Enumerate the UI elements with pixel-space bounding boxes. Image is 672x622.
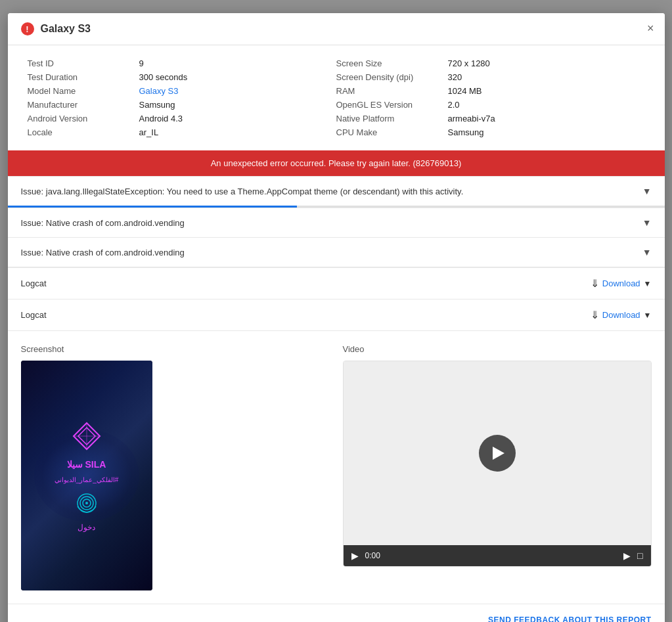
download-icon-2: ⇓: [591, 309, 599, 321]
info-value: Samsung: [448, 127, 645, 137]
video-play-small-button[interactable]: ▶: [351, 550, 359, 561]
chevron-down-icon-2: ▼: [642, 217, 652, 228]
fingerprint-icon: [74, 490, 100, 516]
info-value: 2.0: [448, 100, 645, 110]
info-label: Test Duration: [28, 72, 133, 82]
screenshot-container: SILA سيلا #الفلكي_عمار_الديواني دخول: [21, 361, 152, 590]
video-label: Video: [343, 344, 652, 354]
app-overlay: SILA سيلا #الفلكي_عمار_الديواني دخول: [21, 361, 152, 590]
video-fullscreen-icon[interactable]: □: [637, 550, 642, 561]
video-time: 0:00: [365, 551, 380, 560]
login-text: دخول: [78, 523, 95, 532]
logcat-row-2: Logcat ⇓ Download ▼: [8, 299, 665, 330]
info-label: Screen Density (dpi): [336, 72, 441, 82]
issue-row-3[interactable]: Issue: Native crash of com.android.vendi…: [8, 237, 665, 267]
error-banner-text: An unexpected error occurred. Please try…: [211, 158, 462, 168]
modal-overlay: ! Galaxy S3 × Test ID9Test Duration300 s…: [0, 0, 672, 622]
info-value: 320: [448, 72, 645, 82]
device-info-section: Test ID9Test Duration300 secondsModel Na…: [8, 45, 665, 150]
info-label: Test ID: [28, 58, 133, 68]
chevron-down-icon-1: ▼: [642, 186, 652, 196]
info-label: Screen Size: [336, 58, 441, 68]
info-value: 720 x 1280: [448, 58, 645, 68]
feedback-link[interactable]: SEND FEEDBACK ABOUT THIS REPORT: [488, 615, 651, 622]
svg-point-7: [85, 502, 88, 504]
issue-text-2: Issue: Native crash of com.android.vendi…: [21, 218, 185, 228]
chevron-down-icon-dl-1: ▼: [644, 279, 652, 288]
info-value: Android 4.3: [139, 114, 336, 123]
info-value: armeabi-v7a: [448, 114, 645, 123]
video-main: [344, 361, 651, 545]
screenshot-label: Screenshot: [21, 344, 330, 354]
logcat-row-1: Logcat ⇓ Download ▼: [8, 267, 665, 299]
issue-row-1[interactable]: Issue: java.lang.IllegalStateException: …: [8, 177, 665, 206]
issue-text-1: Issue: java.lang.IllegalStateException: …: [21, 187, 464, 196]
info-value[interactable]: Galaxy S3: [139, 86, 336, 96]
play-triangle-icon: [493, 447, 504, 460]
chevron-down-icon-3: ▼: [642, 247, 652, 257]
error-banner: An unexpected error occurred. Please try…: [8, 150, 665, 176]
video-section: Video ▶ 0:00 ▶ □: [343, 344, 652, 590]
device-info-left: Test ID9Test Duration300 secondsModel Na…: [28, 58, 336, 137]
issue-text-3: Issue: Native crash of com.android.vendi…: [21, 248, 185, 257]
download-label-2: Download: [602, 310, 640, 320]
logcat-download-button-2[interactable]: ⇓ Download ▼: [591, 309, 652, 321]
info-label: RAM: [336, 86, 441, 96]
info-value: 300 seconds: [139, 72, 336, 82]
info-label: CPU Make: [336, 127, 441, 137]
feedback-section: SEND FEEDBACK ABOUT THIS REPORT: [8, 604, 665, 622]
device-info-right: Screen Size720 x 1280Screen Density (dpi…: [336, 58, 645, 137]
video-controls-bar: ▶ 0:00 ▶ □: [344, 545, 651, 566]
video-play-button[interactable]: [479, 435, 516, 472]
modal: ! Galaxy S3 × Test ID9Test Duration300 s…: [8, 13, 665, 622]
info-label: Locale: [28, 127, 133, 137]
info-label: Android Version: [28, 114, 133, 123]
error-icon: !: [21, 22, 34, 35]
app-title: SILA سيلا: [67, 459, 106, 470]
modal-title: Galaxy S3: [41, 23, 91, 35]
info-value: 1024 MB: [448, 86, 645, 96]
screenshot-canvas: SILA سيلا #الفلكي_عمار_الديواني دخول: [21, 361, 152, 590]
modal-header: ! Galaxy S3 ×: [8, 13, 665, 45]
issues-section: Issue: java.lang.IllegalStateException: …: [8, 176, 665, 267]
issue-row-2[interactable]: Issue: Native crash of com.android.vendi…: [8, 208, 665, 237]
video-controls-right: ▶ □: [623, 550, 642, 561]
info-label: Model Name: [28, 86, 133, 96]
logcat-section: Logcat ⇓ Download ▼ Logcat ⇓ Download ▼: [8, 267, 665, 330]
download-icon-1: ⇓: [591, 277, 599, 290]
screenshot-section: Screenshot SILA سيلا: [21, 344, 330, 590]
info-value: ar_IL: [139, 127, 336, 137]
video-player: ▶ 0:00 ▶ □: [343, 361, 652, 567]
info-label: Manufacturer: [28, 100, 133, 110]
info-value: Samsung: [139, 100, 336, 110]
video-cast-icon[interactable]: ▶: [623, 550, 631, 561]
media-section: Screenshot SILA سيلا: [8, 330, 665, 604]
chevron-down-icon-dl-2: ▼: [644, 311, 652, 320]
logcat-label-1: Logcat: [21, 278, 47, 288]
logcat-label-2: Logcat: [21, 310, 47, 320]
close-button[interactable]: ×: [647, 22, 654, 34]
info-label: Native Platform: [336, 114, 441, 123]
diamond-logo-icon: [70, 420, 103, 453]
app-subtitle: #الفلكي_عمار_الديواني: [55, 476, 119, 483]
download-label-1: Download: [602, 278, 640, 288]
info-value: 9: [139, 58, 336, 68]
info-label: OpenGL ES Version: [336, 100, 441, 110]
logcat-download-button-1[interactable]: ⇓ Download ▼: [591, 277, 652, 290]
